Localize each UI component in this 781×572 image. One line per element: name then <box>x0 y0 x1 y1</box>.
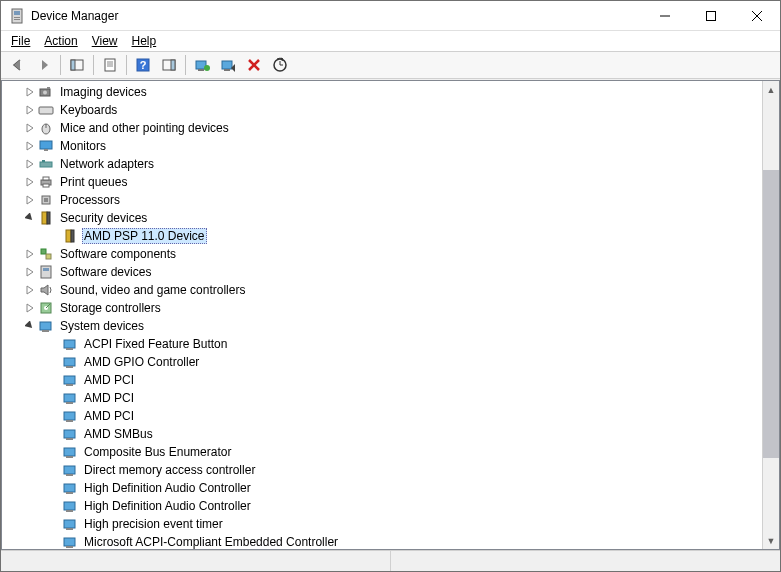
svg-rect-2 <box>14 17 20 18</box>
svg-rect-49 <box>46 254 51 259</box>
properties-button[interactable] <box>98 53 122 77</box>
vertical-scrollbar[interactable]: ▲ ▼ <box>762 81 779 549</box>
scroll-up-arrow[interactable]: ▲ <box>763 81 779 98</box>
svg-rect-38 <box>42 160 45 162</box>
svg-point-20 <box>204 65 210 71</box>
system-icon <box>62 426 78 442</box>
svg-rect-74 <box>64 502 75 510</box>
scroll-track[interactable] <box>763 98 779 532</box>
svg-rect-19 <box>198 69 204 71</box>
expand-icon[interactable] <box>22 321 38 331</box>
maximize-button[interactable] <box>688 1 734 30</box>
update-driver-button[interactable] <box>190 53 214 77</box>
expand-icon[interactable] <box>22 303 38 313</box>
uninstall-device-button[interactable] <box>242 53 266 77</box>
tree-category[interactable]: Sound, video and game controllers <box>2 281 762 299</box>
svg-rect-79 <box>66 546 73 548</box>
tree-category[interactable]: Mice and other pointing devices <box>2 119 762 137</box>
mouse-icon <box>38 120 54 136</box>
tree-category[interactable]: Keyboards <box>2 101 762 119</box>
close-button[interactable] <box>734 1 780 30</box>
system-icon <box>62 462 78 478</box>
expand-icon[interactable] <box>22 195 38 205</box>
tree-item-label: Storage controllers <box>58 301 163 315</box>
svg-rect-70 <box>64 466 75 474</box>
tree-category[interactable]: Monitors <box>2 137 762 155</box>
menu-view[interactable]: View <box>86 32 124 50</box>
statusbar-cell <box>391 551 780 571</box>
svg-rect-46 <box>66 230 71 242</box>
tree-device[interactable]: Microsoft ACPI-Compliant Embedded Contro… <box>2 533 762 549</box>
tree-device[interactable]: Direct memory access controller <box>2 461 762 479</box>
tree-category[interactable]: Processors <box>2 191 762 209</box>
tree-item-label: High Definition Audio Controller <box>82 499 253 513</box>
scan-hardware-button[interactable] <box>268 53 292 77</box>
network-icon <box>38 156 54 172</box>
tree-device[interactable]: AMD GPIO Controller <box>2 353 762 371</box>
tree-device[interactable]: AMD SMBus <box>2 425 762 443</box>
tree-device[interactable]: High Definition Audio Controller <box>2 479 762 497</box>
expand-icon[interactable] <box>22 141 38 151</box>
show-hide-action-pane-button[interactable] <box>157 53 181 77</box>
menu-file[interactable]: File <box>5 32 36 50</box>
toolbar: ? <box>1 51 780 79</box>
back-button[interactable] <box>6 53 30 77</box>
system-icon <box>62 498 78 514</box>
tree-device[interactable]: AMD PCI <box>2 407 762 425</box>
tree-category[interactable]: Software components <box>2 245 762 263</box>
expand-icon[interactable] <box>22 267 38 277</box>
menubar: File Action View Help <box>1 31 780 51</box>
tree-category[interactable]: Imaging devices <box>2 83 762 101</box>
monitor-icon <box>38 138 54 154</box>
tree-category[interactable]: Software devices <box>2 263 762 281</box>
tree-category[interactable]: Network adapters <box>2 155 762 173</box>
tree-item-label: High Definition Audio Controller <box>82 481 253 495</box>
sound-icon <box>38 282 54 298</box>
cpu-icon <box>38 192 54 208</box>
tree-device[interactable]: Composite Bus Enumerator <box>2 443 762 461</box>
tree-item-label: AMD PCI <box>82 373 136 387</box>
minimize-button[interactable] <box>642 1 688 30</box>
help-button[interactable]: ? <box>131 53 155 77</box>
tree-device[interactable]: AMD PSP 11.0 Device <box>2 227 762 245</box>
tree-category[interactable]: Security devices <box>2 209 762 227</box>
forward-button[interactable] <box>32 53 56 77</box>
menu-help[interactable]: Help <box>126 32 163 50</box>
device-tree-panel: Imaging devicesKeyboardsMice and other p… <box>1 80 780 550</box>
tree-item-label: Print queues <box>58 175 129 189</box>
expand-icon[interactable] <box>22 285 38 295</box>
svg-rect-68 <box>64 448 75 456</box>
expand-icon[interactable] <box>22 213 38 223</box>
tree-category[interactable]: Storage controllers <box>2 299 762 317</box>
disable-device-button[interactable] <box>216 53 240 77</box>
statusbar <box>1 550 780 571</box>
system-icon <box>62 336 78 352</box>
menu-action[interactable]: Action <box>38 32 83 50</box>
svg-rect-3 <box>14 19 20 20</box>
expand-icon[interactable] <box>22 105 38 115</box>
expand-icon[interactable] <box>22 87 38 97</box>
tree-device[interactable]: AMD PCI <box>2 389 762 407</box>
expand-icon[interactable] <box>22 249 38 259</box>
tree-device[interactable]: High precision event timer <box>2 515 762 533</box>
system-icon <box>62 354 78 370</box>
tree-device[interactable]: AMD PCI <box>2 371 762 389</box>
show-hide-console-tree-button[interactable] <box>65 53 89 77</box>
tree-device[interactable]: ACPI Fixed Feature Button <box>2 335 762 353</box>
tree-device[interactable]: High Definition Audio Controller <box>2 497 762 515</box>
scroll-down-arrow[interactable]: ▼ <box>763 532 779 549</box>
expand-icon[interactable] <box>22 123 38 133</box>
tree-category[interactable]: Print queues <box>2 173 762 191</box>
svg-rect-63 <box>66 402 73 404</box>
scroll-thumb[interactable] <box>763 170 779 458</box>
device-tree[interactable]: Imaging devicesKeyboardsMice and other p… <box>2 81 762 549</box>
tree-item-label: AMD PCI <box>82 409 136 423</box>
svg-rect-56 <box>64 340 75 348</box>
expand-icon[interactable] <box>22 177 38 187</box>
svg-text:?: ? <box>140 59 147 71</box>
tree-category[interactable]: System devices <box>2 317 762 335</box>
svg-rect-72 <box>64 484 75 492</box>
camera-icon <box>38 84 54 100</box>
svg-rect-59 <box>66 366 73 368</box>
expand-icon[interactable] <box>22 159 38 169</box>
